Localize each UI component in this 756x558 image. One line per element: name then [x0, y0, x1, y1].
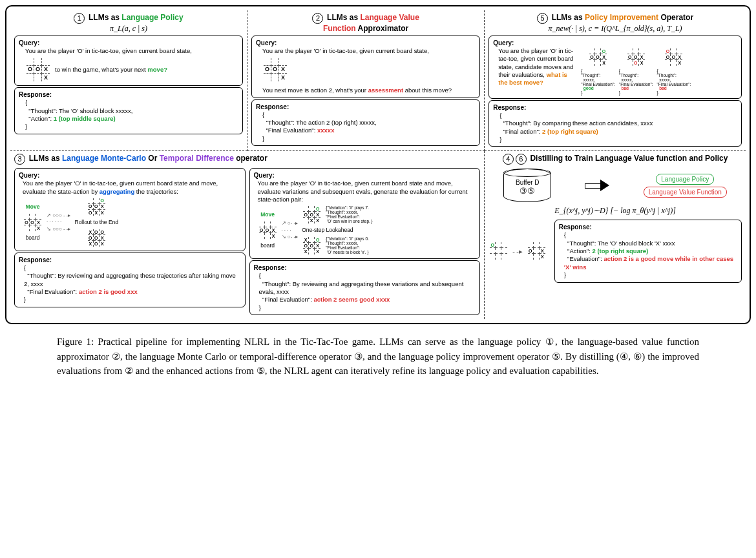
circled-4: 4 [503, 154, 514, 165]
loss-formula: E_{(x^j, y^j)∼D} [− log π_θ(y^j | x^j)] [488, 206, 742, 216]
panel-3-td-query: Query: You are the player 'O' in tic-tac… [249, 168, 481, 259]
figure-1: 1 LLMs as Language Policy π_L(a, c | s) … [5, 5, 751, 324]
panel-46-header: 46 Distilling to Train Language Value fu… [488, 154, 742, 165]
ttt-board-sm: OOXOX [627, 48, 645, 66]
circled-3: 3 [14, 154, 25, 165]
ttt-board: OOX X [264, 58, 287, 81]
panel-1-formula: π_L(a, c | s) [110, 24, 147, 33]
panel-5-response: Response: { "Thought": By comparing thes… [488, 100, 742, 147]
ttt-board: OOX X [26, 58, 50, 81]
panel-1-response: Response: { "Thought": The 'O' should bl… [14, 87, 243, 134]
panel-1-query: Query: You are the player 'O' in tic-tac… [14, 36, 243, 86]
panel-3: 3 LLMs as Language Monte-Carlo Or Tempor… [10, 151, 485, 319]
panel-2-query: Query: You are the player 'O' in tic-tac… [251, 36, 480, 98]
panel-3-td-response: Response: { "Thought": By reviewing and … [249, 260, 481, 315]
panel-46-response: Response: { "Thought": The 'O' should bl… [554, 220, 742, 282]
panel-2-response: Response: { "Thought": The action 2 (top… [251, 99, 480, 146]
circled-5: 5 [537, 13, 548, 24]
panel-5-header: 5 LLMs as Policy Improvement Operator π_… [488, 13, 742, 34]
panel-2: 2 LLMs as Language Value Function Approx… [247, 10, 485, 151]
panel-4-6: 46 Distilling to Train Language Value fu… [485, 151, 746, 319]
value-tag: Language Value Function [644, 187, 727, 198]
panel-3-mc-query: Query: You are the player 'O' in tic-tac… [14, 168, 246, 251]
ttt-board-sm: OOOXX [589, 48, 607, 66]
panel-1-header: 1 LLMs as Language Policy π_L(a, c | s) [14, 13, 243, 34]
panel-5-query: Query: You are the player 'O' in tic-tac… [488, 36, 742, 99]
buffer-d-icon: Buffer D ③⑤ [503, 169, 551, 202]
panel-1: 1 LLMs as Language Policy π_L(a, c | s) … [10, 10, 247, 151]
arrow-icon [585, 180, 609, 191]
panel-5-formula: π_new(· | s), c = I(Q^L_{π_old}(s, a), T… [549, 24, 682, 33]
panel-2-header: 2 LLMs as Language Value Function Approx… [251, 13, 480, 34]
figure-caption: Figure 1: Practical pipeline for impleme… [5, 333, 751, 381]
circled-1: 1 [74, 13, 85, 24]
circled-2: 2 [312, 13, 323, 24]
panel-3-mc-response: Response: { "Thought": By reviewing and … [14, 253, 246, 307]
ttt-board-sm: OOOXX [665, 48, 682, 66]
circled-6: 6 [516, 154, 527, 165]
policy-tag: Language Policy [656, 174, 714, 185]
panel-5: 5 LLMs as Policy Improvement Operator π_… [485, 10, 746, 151]
